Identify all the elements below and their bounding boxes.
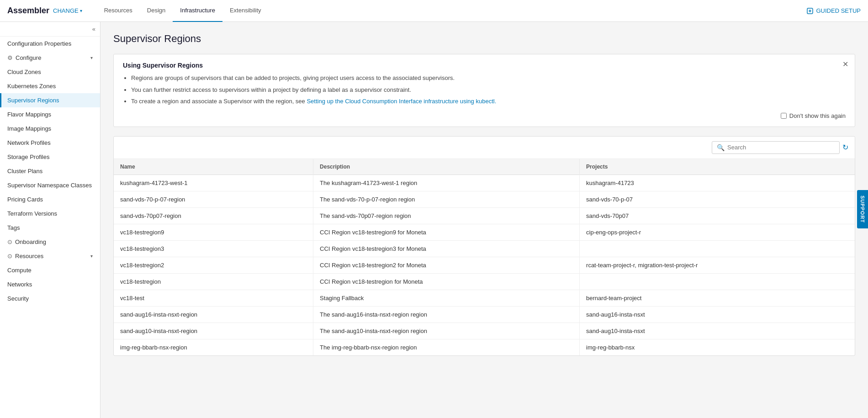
cell-description: The sand-aug10-insta-nsxt-region region (313, 323, 580, 339)
cell-projects (580, 240, 855, 257)
cell-projects: img-reg-bbarb-nsx (580, 339, 855, 355)
col-name: Name (114, 159, 313, 175)
cell-projects: sand-vds-70-p-07 (580, 191, 855, 207)
cell-projects: sand-aug10-insta-nsxt (580, 323, 855, 339)
cell-name: sand-vds-70-p-07-region (114, 191, 313, 207)
table-row[interactable]: img-reg-bbarb-nsx-regionThe img-reg-bbar… (114, 339, 855, 355)
cell-description: The img-reg-bbarb-nsx-region region (313, 339, 580, 355)
table-row[interactable]: vc18-testregion9CCI Region vc18-testregi… (114, 224, 855, 240)
sidebar-item-terraform-versions[interactable]: Terraform Versions (0, 206, 100, 221)
info-box-close-button[interactable]: ✕ (842, 60, 848, 69)
sidebar-item-tags[interactable]: Tags (0, 221, 100, 235)
sidebar-item-security[interactable]: Security (0, 291, 100, 306)
refresh-button[interactable]: ↻ (842, 143, 848, 152)
sidebar-item-image-mappings[interactable]: Image Mappings (0, 122, 100, 136)
support-tab[interactable]: SUPPORT (857, 190, 868, 228)
change-button[interactable]: CHANGE ▾ (53, 7, 82, 14)
layout: « Configuration Properties ⚙ Configure ▾… (0, 22, 868, 418)
cell-description: The sand-vds-70p07-region region (313, 207, 580, 224)
info-bullet-2: You can further restrict access to super… (131, 85, 846, 95)
dont-show-checkbox[interactable] (781, 113, 787, 119)
cell-name: vc18-testregion9 (114, 224, 313, 240)
search-icon: 🔍 (717, 144, 725, 151)
table-row[interactable]: sand-aug10-insta-nsxt-regionThe sand-aug… (114, 323, 855, 339)
sidebar-group-onboarding[interactable]: ⊙ Onboarding (0, 235, 100, 249)
sidebar-item-cloud-zones[interactable]: Cloud Zones (0, 65, 100, 79)
sidebar-collapse-button[interactable]: « (0, 22, 100, 37)
sidebar-item-compute[interactable]: Compute (0, 263, 100, 277)
info-box: ✕ Using Supervisor Regions Regions are g… (113, 54, 855, 127)
top-nav: Resources Design Infrastructure Extensib… (97, 0, 269, 22)
sidebar-group-resources[interactable]: ⊙ Resources ▾ (0, 249, 100, 263)
sidebar-item-network-profiles[interactable]: Network Profiles (0, 136, 100, 150)
configure-icon: ⚙ (7, 54, 13, 61)
info-box-title: Using Supervisor Regions (123, 62, 846, 69)
table-toolbar: 🔍 ↻ (114, 137, 855, 159)
cell-projects: rcat-team-project-r, migration-test-proj… (580, 257, 855, 273)
configure-chevron: ▾ (90, 55, 93, 60)
info-box-link[interactable]: Setting up the Cloud Consumption Interfa… (307, 98, 496, 105)
main-content: Supervisor Regions ✕ Using Supervisor Re… (101, 22, 868, 418)
onboarding-icon: ⊙ (7, 238, 12, 245)
info-box-footer: Don't show this again (123, 112, 846, 119)
search-box: 🔍 (712, 141, 840, 154)
cell-description: The sand-aug16-insta-nsxt-region region (313, 306, 580, 323)
info-box-list: Regions are groups of supervisors that c… (123, 74, 846, 106)
data-table: Name Description Projects kushagram-4172… (114, 159, 855, 355)
table-row[interactable]: vc18-testStaging Fallbackbernard-team-pr… (114, 290, 855, 306)
sidebar-item-networks[interactable]: Networks (0, 277, 100, 291)
cell-projects (580, 273, 855, 290)
table-row[interactable]: kushagram-41723-west-1The kushagram-4172… (114, 175, 855, 191)
cell-projects: sand-vds-70p07 (580, 207, 855, 224)
nav-extensibility[interactable]: Extensibility (222, 0, 269, 22)
guided-setup-button[interactable]: GUIDED SETUP (807, 7, 861, 14)
table-row[interactable]: vc18-testregion3CCI Region vc18-testregi… (114, 240, 855, 257)
cell-projects: kushagram-41723 (580, 175, 855, 191)
table-row[interactable]: sand-aug16-insta-nsxt-regionThe sand-aug… (114, 306, 855, 323)
table-row[interactable]: sand-vds-70-p-07-regionThe sand-vds-70-p… (114, 191, 855, 207)
col-description: Description (313, 159, 580, 175)
nav-resources[interactable]: Resources (97, 0, 140, 22)
cell-name: vc18-testregion3 (114, 240, 313, 257)
change-chevron: ▾ (80, 8, 82, 13)
col-projects: Projects (580, 159, 855, 175)
sidebar-item-cluster-plans[interactable]: Cluster Plans (0, 164, 100, 178)
search-input[interactable] (727, 144, 835, 151)
sidebar-group-configure[interactable]: ⚙ Configure ▾ (0, 51, 100, 65)
nav-infrastructure[interactable]: Infrastructure (173, 0, 222, 22)
top-bar: Assembler CHANGE ▾ Resources Design Infr… (0, 0, 868, 22)
guided-setup-icon (807, 8, 813, 14)
dont-show-label[interactable]: Don't show this again (781, 112, 846, 119)
cell-name: vc18-test (114, 290, 313, 306)
cell-name: vc18-testregion (114, 273, 313, 290)
sidebar-item-flavor-mappings[interactable]: Flavor Mappings (0, 107, 100, 122)
cell-description: Staging Fallback (313, 290, 580, 306)
table-row[interactable]: vc18-testregion2CCI Region vc18-testregi… (114, 257, 855, 273)
info-bullet-3: To create a region and associate a Super… (131, 97, 846, 106)
cell-name: kushagram-41723-west-1 (114, 175, 313, 191)
cell-description: CCI Region vc18-testregion2 for Moneta (313, 257, 580, 273)
page-title: Supervisor Regions (113, 33, 855, 45)
nav-design[interactable]: Design (140, 0, 173, 22)
sidebar-item-kubernetes-zones[interactable]: Kubernetes Zones (0, 79, 100, 93)
cell-description: CCI Region vc18-testregion9 for Moneta (313, 224, 580, 240)
top-bar-right: GUIDED SETUP (807, 7, 861, 14)
table-row[interactable]: vc18-testregionCCI Region vc18-testregio… (114, 273, 855, 290)
resources-chevron: ▾ (90, 254, 93, 259)
info-bullet-1: Regions are groups of supervisors that c… (131, 74, 846, 83)
cell-description: CCI Region vc18-testregion3 for Moneta (313, 240, 580, 257)
app-logo: Assembler (7, 6, 49, 16)
sidebar-item-storage-profiles[interactable]: Storage Profiles (0, 150, 100, 164)
sidebar-item-config-properties[interactable]: Configuration Properties (0, 37, 100, 51)
resources-icon: ⊙ (7, 253, 12, 259)
cell-projects: cip-eng-ops-project-r (580, 224, 855, 240)
sidebar-item-pricing-cards[interactable]: Pricing Cards (0, 192, 100, 206)
cell-projects: sand-aug16-insta-nsxt (580, 306, 855, 323)
table-row[interactable]: sand-vds-70p07-regionThe sand-vds-70p07-… (114, 207, 855, 224)
sidebar-item-supervisor-regions[interactable]: Supervisor Regions (0, 93, 100, 107)
sidebar-item-supervisor-namespace-classes[interactable]: Supervisor Namespace Classes (0, 178, 100, 192)
sidebar: « Configuration Properties ⚙ Configure ▾… (0, 22, 101, 418)
cell-description: CCI Region vc18-testregion for Moneta (313, 273, 580, 290)
cell-name: sand-aug10-insta-nsxt-region (114, 323, 313, 339)
cell-name: img-reg-bbarb-nsx-region (114, 339, 313, 355)
